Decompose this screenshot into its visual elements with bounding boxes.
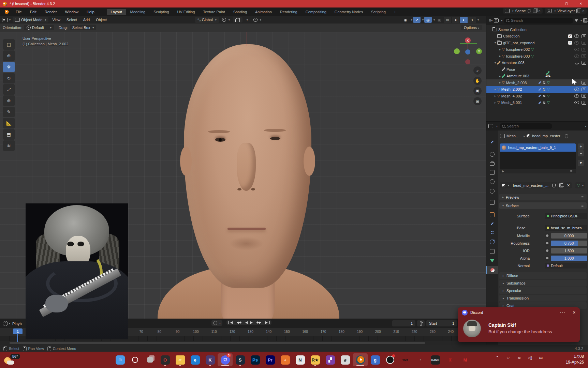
expand-arrow-icon[interactable]: ▶ <box>502 170 504 173</box>
taskbar-obs[interactable] <box>383 353 398 366</box>
scene-selector[interactable]: ▾ Scene ✕ <box>503 8 543 14</box>
play-reverse-button[interactable] <box>244 321 248 324</box>
shading-solid-button[interactable]: ● <box>452 17 459 23</box>
workspace-tab-scripting[interactable]: Scripting <box>367 9 390 15</box>
discord-notification[interactable]: Discord ··· ✕ Captain Skif But if you ch… <box>458 307 580 342</box>
jump-end-button[interactable] <box>265 321 270 324</box>
camera-icon[interactable] <box>582 61 586 65</box>
browse-material-dropdown[interactable]: ▾ <box>500 182 511 188</box>
weather-widget[interactable]: 86° <box>3 354 21 366</box>
taskbar-edge[interactable]: e <box>188 353 203 366</box>
gizmo-axis-z[interactable] <box>465 49 470 55</box>
viewport-pan-button[interactable]: ✋ <box>473 77 482 85</box>
filter-icon[interactable] <box>575 19 578 22</box>
tool-add-cube[interactable]: ⬒ <box>3 129 15 140</box>
nodetree-dropdown[interactable]: ▽▾ <box>575 182 585 188</box>
more-options-icon[interactable]: ··· <box>560 310 566 315</box>
outliner-row-scene-collection[interactable]: Scene Collection <box>486 26 588 33</box>
add-slot-button[interactable]: + <box>578 143 584 150</box>
properties-tab-view-layer[interactable] <box>486 168 498 177</box>
menu-render[interactable]: Render <box>41 10 61 14</box>
outliner-row-armature-003[interactable]: ▸Armature.003 <box>486 73 588 80</box>
taskbar-gamepad-app[interactable]: ▞ <box>323 353 338 366</box>
slot-specials-button[interactable]: ▾ <box>578 160 584 166</box>
volume-icon[interactable]: ◁) <box>527 355 533 361</box>
drag-dropdown[interactable]: Select Box▾ <box>70 25 97 30</box>
chevron-icon[interactable]: ▸ <box>493 88 497 91</box>
field-slider[interactable]: 0.000 <box>551 233 587 239</box>
properties-search-input[interactable]: Search <box>500 123 552 129</box>
tool-scale[interactable]: ⤢ <box>3 84 15 95</box>
eye-icon[interactable] <box>574 41 579 45</box>
camera-icon[interactable] <box>582 94 586 98</box>
taskbar-chair-app[interactable]: ♜ <box>443 353 458 366</box>
taskbar-iv-app[interactable]: N <box>293 353 308 366</box>
microphone-icon[interactable]: ⍾ <box>505 355 511 361</box>
material-slot-list[interactable]: head_mp_eastern_bale_9_1 ▶ <box>500 143 576 173</box>
tool-extra-tool[interactable]: ≋ <box>3 140 15 151</box>
editor-type-icon[interactable] <box>2 18 8 22</box>
checkbox-icon[interactable]: ✓ <box>568 34 572 38</box>
maximize-button[interactable]: ▢ <box>559 0 574 7</box>
tool-annotate[interactable]: ✎ <box>3 107 15 117</box>
taskbar-premiere[interactable]: Pr <box>263 353 278 366</box>
taskbar-file-explorer[interactable]: ▱ <box>173 353 188 366</box>
gizmo-axis-y-neg[interactable] <box>454 48 460 54</box>
eye-icon[interactable] <box>574 88 579 91</box>
tray-expand-icon[interactable]: ⌃ <box>495 355 500 361</box>
taskbar-clock[interactable]: 17:08 19-Apr-26 <box>566 354 584 365</box>
viewport-menu-object[interactable]: Object <box>93 17 110 22</box>
playhead[interactable]: 1 <box>13 328 23 334</box>
new-workspace-button[interactable]: + <box>390 9 400 15</box>
delete-scene-icon[interactable]: ✕ <box>538 9 541 13</box>
section-specular[interactable]: ▸Specular <box>499 287 587 294</box>
preview-section[interactable]: ▸Preview <box>499 194 587 200</box>
viewport-camera-button[interactable]: ▣ <box>473 87 482 95</box>
node-socket[interactable] <box>545 241 550 246</box>
pivot-dropdown[interactable]: ▾ <box>220 17 232 22</box>
outliner-row-collection[interactable]: Collection✓ <box>486 33 588 40</box>
chevron-icon[interactable]: ▸ <box>498 48 502 51</box>
chevron-icon[interactable]: ▸ <box>493 101 497 104</box>
timeline-scrollbar[interactable] <box>10 342 425 344</box>
taskbar-start[interactable]: ⊞ <box>113 353 128 366</box>
pin-icon[interactable] <box>527 9 532 13</box>
outliner-row-pose[interactable]: Pose <box>486 66 588 73</box>
outliner-row-mesh-2-002[interactable]: ▸▽Mesh_2.002▽ <box>486 86 588 93</box>
taskbar-task-view[interactable] <box>143 353 158 366</box>
breadcrumb-material[interactable]: head_mp_easter... <box>532 134 563 138</box>
taskbar-game-app[interactable]: GAME <box>428 353 443 366</box>
material-name-field[interactable]: head_mp_eastern_... <box>511 182 550 188</box>
section-transmission[interactable]: ▸Transmission <box>499 295 587 302</box>
orientation-setting-dropdown[interactable]: Default▾ <box>24 25 54 30</box>
taskbar-tree-app[interactable]: ⸙ <box>338 353 353 366</box>
properties-editor-icon[interactable] <box>488 124 493 128</box>
taskbar-rockstar[interactable]: R★ <box>308 353 323 366</box>
field-dropdown[interactable]: Principled BSDF <box>545 213 587 219</box>
minimize-button[interactable]: — <box>545 0 559 7</box>
snap-dropdown[interactable]: ▾ <box>243 18 250 22</box>
wifi-icon[interactable]: ≋ <box>516 355 522 361</box>
viewport-zoom-button[interactable]: ⌕ <box>473 66 482 75</box>
prev-keyframe-button[interactable] <box>235 321 241 324</box>
camera-icon[interactable] <box>582 101 586 105</box>
camera-icon[interactable] <box>582 48 586 51</box>
outliner-row-icosphere-002[interactable]: ▸▽Icosphere.002▽ <box>486 46 588 53</box>
next-keyframe-button[interactable] <box>257 321 263 324</box>
viewport-menu-select[interactable]: Select <box>63 17 80 22</box>
current-frame-field[interactable]: 1 <box>392 320 415 326</box>
workspace-tab-sculpting[interactable]: Sculpting <box>149 9 173 15</box>
workspace-tab-texture-paint[interactable]: Texture Paint <box>199 9 229 15</box>
outliner-display-mode-icon[interactable] <box>494 18 499 22</box>
taskbar-cap-app[interactable]: ◔ <box>413 353 428 366</box>
gizmo-axis-y[interactable]: Y <box>476 48 482 54</box>
menu-help[interactable]: Help <box>83 10 99 14</box>
outliner-row-mesh-6-001[interactable]: ▸▽Mesh_6.001▽ <box>486 99 588 106</box>
properties-tab-world[interactable] <box>486 187 498 195</box>
snap-toggle[interactable] <box>233 17 242 22</box>
taskbar-mw-app[interactable]: M <box>458 353 473 366</box>
taskbar-photoshop[interactable]: Ps <box>248 353 263 366</box>
properties-tab-tool[interactable] <box>486 138 498 146</box>
chevron-icon[interactable]: ▸ <box>498 81 502 84</box>
play-button[interactable] <box>250 321 254 324</box>
